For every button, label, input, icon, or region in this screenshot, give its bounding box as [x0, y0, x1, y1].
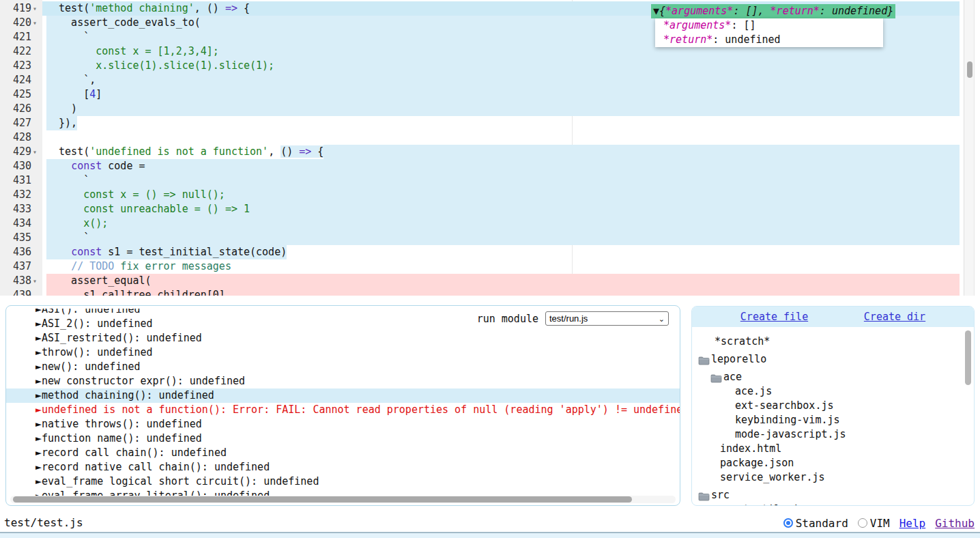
radio-selected-icon[interactable]: [783, 518, 793, 528]
tree-scrollbar-thumb[interactable]: [965, 330, 971, 385]
file-tree-list: *scratch*leporelloaceace.jsext-searchbox…: [692, 331, 974, 506]
test-result-entry[interactable]: ►undefined is not a function(): Error: F…: [6, 403, 680, 417]
test-result-entry[interactable]: ►record native call chain(): undefined: [6, 460, 680, 475]
test-result-entry[interactable]: ►function name(): undefined: [6, 431, 680, 446]
keybinding-standard-radio[interactable]: Standard: [783, 517, 848, 530]
test-result-entry[interactable]: ►new constructor expr(): undefined: [6, 374, 680, 388]
fold-arrow-slot: [31, 188, 42, 202]
test-result-entry[interactable]: ►eval_frame logical short circuit(): und…: [6, 475, 680, 489]
tree-file-mode-javascript-js[interactable]: mode-javascript.js: [692, 427, 974, 442]
code-line-432[interactable]: const x = () => null();: [42, 188, 960, 202]
code-line-426[interactable]: ): [42, 102, 960, 116]
tooltip-property-row[interactable]: *arguments*: []: [657, 18, 883, 33]
code-editor[interactable]: 419▾420▾421422423424425426427428429▾4304…: [0, 0, 980, 296]
test-results-list: ►ASI(): undefined►ASI_2(): undefined►ASI…: [6, 309, 680, 503]
tree-file-ast-utils-js[interactable]: ast_utils.js: [692, 502, 974, 506]
run-module-select[interactable]: test/run.js ⌄: [545, 311, 669, 326]
test-result-entry[interactable]: ►ASI_restrited(): undefined: [6, 331, 680, 345]
code-line-437[interactable]: // TODO fix error messages: [42, 259, 960, 274]
console-horizontal-scrollbar[interactable]: [10, 496, 676, 503]
github-link[interactable]: Github: [935, 517, 975, 530]
test-result-text: ►record call chain(): undefined: [35, 447, 227, 459]
help-link[interactable]: Help: [899, 517, 926, 530]
run-module-selected-value: test/run.js: [549, 313, 588, 324]
tree-file--scratch-[interactable]: *scratch*: [692, 335, 974, 349]
line-number: 429: [0, 145, 31, 159]
radio-unselected-icon[interactable]: [858, 518, 867, 528]
fold-arrow-icon[interactable]: ▾: [31, 145, 42, 159]
fold-arrow-icon[interactable]: ▾: [31, 16, 42, 30]
tree-folder-ace[interactable]: ace: [692, 370, 974, 384]
tree-file-service-worker-js[interactable]: service_worker.js: [692, 470, 974, 485]
tree-file-ext-searchbox-js[interactable]: ext-searchbox.js: [692, 399, 974, 413]
code-token: 'undefined is not a function': [89, 145, 268, 158]
tree-folder-leporello[interactable]: leporello: [692, 352, 974, 367]
fold-arrow-slot: [31, 59, 42, 73]
code-token: x();: [46, 217, 108, 229]
current-file-label: test/test.js: [4, 514, 83, 532]
code-line-433[interactable]: const unreachable = () => 1: [42, 202, 960, 216]
tree-file-keybinding-vim-js[interactable]: keybinding-vim.js: [692, 413, 974, 427]
code-token: test(: [46, 2, 89, 14]
code-token: [46, 160, 71, 172]
code-line-427[interactable]: }),: [42, 116, 960, 130]
chevron-down-icon: ⌄: [659, 313, 665, 326]
line-number: 428: [0, 130, 31, 145]
test-result-text: ►record native call chain(): undefined: [35, 461, 270, 473]
code-token: s1.calltree.children[0],: [46, 289, 231, 296]
editor-scrollbar-thumb[interactable]: [967, 61, 972, 78]
tree-folder-src[interactable]: src: [692, 488, 974, 502]
code-line-436[interactable]: const s1 = test_initial_state(code): [42, 245, 960, 259]
code-token: ]: [96, 88, 102, 100]
create-file-link[interactable]: Create file: [740, 311, 808, 323]
code-line-434[interactable]: x();: [42, 216, 960, 231]
bottom-strip: [0, 533, 980, 538]
code-line-424[interactable]: `,: [42, 73, 960, 87]
line-highlight-fill: [274, 59, 960, 73]
fold-arrow-slot: [31, 288, 42, 296]
tooltip-property-row[interactable]: *return*: undefined: [657, 33, 883, 47]
code-token: // TODO: [71, 260, 114, 272]
line-highlight-fill: [77, 116, 960, 130]
tree-file-package-json[interactable]: package.json: [692, 456, 974, 470]
code-line-429[interactable]: test('undefined is not a function', () =…: [42, 145, 960, 159]
code-token: const: [71, 246, 102, 258]
line-highlight-fill: [323, 145, 960, 159]
line-highlight-fill: [77, 102, 960, 116]
code-token: [: [46, 88, 89, 100]
tree-item-label: keybinding-vim.js: [735, 413, 840, 427]
code-line-425[interactable]: [4]: [42, 87, 960, 102]
fold-arrow-icon[interactable]: ▾: [31, 274, 42, 288]
tree-item-label: ace.js: [735, 384, 772, 399]
tree-item-label: package.json: [720, 456, 794, 470]
fold-arrow-icon[interactable]: ▾: [31, 1, 42, 16]
keybinding-vim-radio[interactable]: VIM: [858, 517, 890, 530]
line-number: 437: [0, 259, 31, 274]
code-line-438[interactable]: assert_equal(: [42, 274, 960, 288]
line-highlight-fill: [152, 274, 960, 288]
tree-file-index-html[interactable]: index.html: [692, 442, 974, 456]
test-result-entry[interactable]: ►method chaining(): undefined: [6, 388, 680, 403]
tooltip-key: *return*: [657, 33, 712, 46]
code-line-435[interactable]: `: [42, 231, 960, 245]
editor-vertical-scrollbar[interactable]: [964, 0, 975, 296]
test-result-entry[interactable]: ►throw(): undefined: [6, 345, 680, 360]
code-line-423[interactable]: x.slice(1).slice(1).slice(1);: [42, 59, 960, 73]
create-dir-link[interactable]: Create dir: [864, 311, 925, 323]
test-result-text: ►native throws(): undefined: [35, 418, 202, 430]
line-number: 425: [0, 87, 31, 102]
code-line-431[interactable]: `: [42, 173, 960, 188]
code-token: `: [46, 174, 89, 186]
tooltip-expanded-header[interactable]: ▼{*arguments*: [], *return*: undefined}: [651, 4, 895, 18]
test-result-entry[interactable]: ►new(): undefined: [6, 360, 680, 374]
line-highlight-fill: [108, 216, 960, 231]
console-scrollbar-thumb[interactable]: [13, 496, 632, 502]
code-line-439[interactable]: s1.calltree.children[0],: [42, 288, 960, 296]
folder-icon: [710, 373, 723, 382]
code-line-428[interactable]: [42, 130, 960, 145]
code-line-430[interactable]: const code =: [42, 159, 960, 173]
tree-file-ace-js[interactable]: ace.js: [692, 384, 974, 399]
test-result-entry[interactable]: ►native throws(): undefined: [6, 417, 680, 431]
code-token: }),: [46, 117, 77, 129]
test-result-entry[interactable]: ►record call chain(): undefined: [6, 446, 680, 460]
